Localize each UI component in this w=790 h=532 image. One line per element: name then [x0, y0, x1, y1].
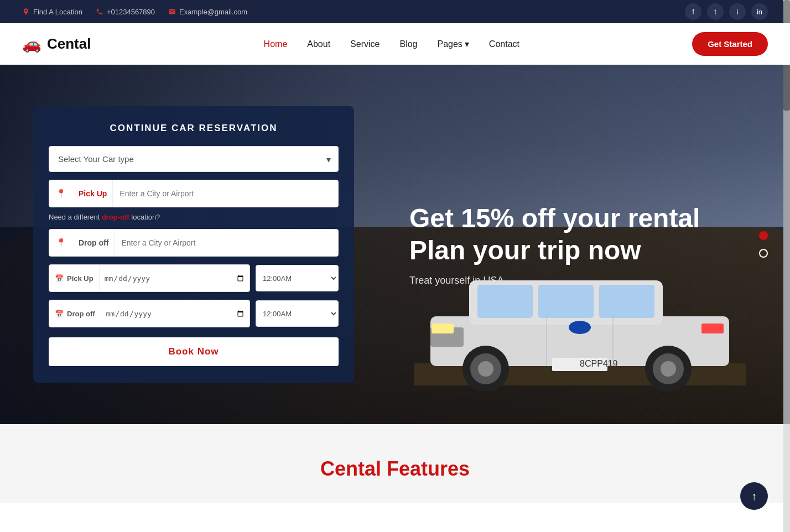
twitter-icon[interactable]: t	[707, 3, 724, 20]
pickup-location-group: 📍 Pick Up	[49, 180, 339, 207]
dropoff-location-input[interactable]	[115, 230, 338, 256]
logo-text: Cental	[47, 35, 91, 53]
email-text: Example@gmail.com	[179, 8, 247, 16]
slider-dots	[759, 231, 768, 258]
slider-dot-1[interactable]	[759, 231, 768, 240]
instagram-icon[interactable]: i	[729, 3, 746, 20]
social-icons: f t i in	[685, 3, 768, 20]
pages-dropdown-icon: ▾	[465, 39, 469, 49]
pickup-time-select[interactable]: 12:00AM 1:00AM 6:00AM 8:00AM 12:00PM	[256, 265, 339, 291]
facebook-icon[interactable]: f	[685, 3, 701, 20]
nav-blog[interactable]: Blog	[399, 39, 417, 49]
dropoff-location-icon: 📍	[49, 230, 73, 256]
dropoff-datetime-row: 📅 Drop off 12:00AM 1:00AM 6:00AM 8:00AM …	[49, 300, 339, 327]
car-type-group: Select Your Car type Sedan SUV Truck Van	[49, 146, 339, 172]
features-title: Cental Features	[22, 457, 768, 481]
phone-info: +01234567890	[96, 8, 155, 16]
dropoff-location-group: 📍 Drop off	[49, 229, 339, 257]
car-logo-icon: 🚗	[22, 35, 41, 53]
dropoff-datetime-group: 📅 Drop off 12:00AM 1:00AM 6:00AM 8:00AM …	[49, 300, 339, 327]
navbar: 🚗 Cental Home About Service Blog Pages ▾…	[0, 23, 790, 65]
pickup-location-input-wrapper: 📍 Pick Up	[49, 180, 339, 207]
email-icon	[168, 8, 176, 15]
slider-dot-2[interactable]	[759, 249, 768, 258]
logo: 🚗 Cental	[22, 35, 91, 53]
dropoff-time-select[interactable]: 12:00AM 1:00AM 6:00AM 8:00AM 12:00PM	[256, 300, 339, 327]
car-type-select[interactable]: Select Your Car type Sedan SUV Truck Van	[49, 146, 339, 172]
location-text: Find A Location	[33, 8, 82, 16]
email-info: Example@gmail.com	[168, 8, 247, 16]
pickup-datetime-group: 📅 Pick Up 12:00AM 1:00AM 6:00AM 8:00AM 1…	[49, 264, 339, 292]
phone-icon	[96, 8, 103, 15]
linkedin-icon[interactable]: in	[751, 3, 768, 20]
hero-section: 8CPP419 CONTINUE CAR RESERVATION Select …	[0, 65, 790, 424]
dropoff-date-wrapper: 📅 Drop off	[49, 300, 250, 327]
pickup-label: Pick Up	[73, 180, 113, 207]
nav-contact[interactable]: Contact	[489, 39, 519, 49]
hero-text-block: Get 15% off your rental Plan your trip n…	[409, 202, 700, 286]
reservation-form: CONTINUE CAR RESERVATION Select Your Car…	[33, 106, 354, 383]
nav-home[interactable]: Home	[264, 39, 288, 49]
calendar-dropoff-icon: 📅	[55, 310, 64, 318]
pickup-location-icon: 📍	[49, 180, 73, 207]
dropoff-date-label: 📅 Drop off	[49, 300, 101, 327]
phone-text: +01234567890	[107, 8, 155, 16]
calendar-icon: 📅	[55, 274, 64, 283]
pickup-location-input[interactable]	[113, 180, 338, 207]
get-started-button[interactable]: Get Started	[692, 32, 768, 56]
pickup-date-label: 📅 Pick Up	[49, 265, 100, 291]
nav-service[interactable]: Service	[350, 39, 380, 49]
pickup-datetime-row: 📅 Pick Up 12:00AM 1:00AM 6:00AM 8:00AM 1…	[49, 264, 339, 292]
top-bar-left: Find A Location +01234567890 Example@gma…	[22, 8, 247, 16]
dropoff-date-input[interactable]	[101, 300, 250, 327]
form-title: CONTINUE CAR RESERVATION	[49, 123, 339, 134]
top-bar: Find A Location +01234567890 Example@gma…	[0, 0, 790, 23]
arrow-up-icon: ↑	[751, 490, 757, 503]
hero-title: Get 15% off your rental Plan your trip n…	[409, 202, 700, 266]
nav-links: Home About Service Blog Pages ▾ Contact	[264, 39, 519, 49]
book-now-button[interactable]: Book Now	[49, 337, 339, 366]
pickup-date-wrapper: 📅 Pick Up	[49, 264, 250, 292]
pickup-date-input[interactable]	[100, 265, 250, 291]
nav-about[interactable]: About	[307, 39, 330, 49]
dropoff-location-input-wrapper: 📍 Drop off	[49, 229, 339, 257]
different-dropoff-text: Need a different drop-off location?	[49, 213, 339, 221]
dropoff-label: Drop off	[73, 230, 115, 256]
features-section: Cental Features	[0, 424, 790, 503]
location-info: Find A Location	[22, 8, 82, 16]
nav-pages[interactable]: Pages ▾	[437, 39, 469, 49]
hero-subtitle: Treat yourself in USA	[409, 275, 700, 286]
location-icon	[22, 8, 30, 15]
